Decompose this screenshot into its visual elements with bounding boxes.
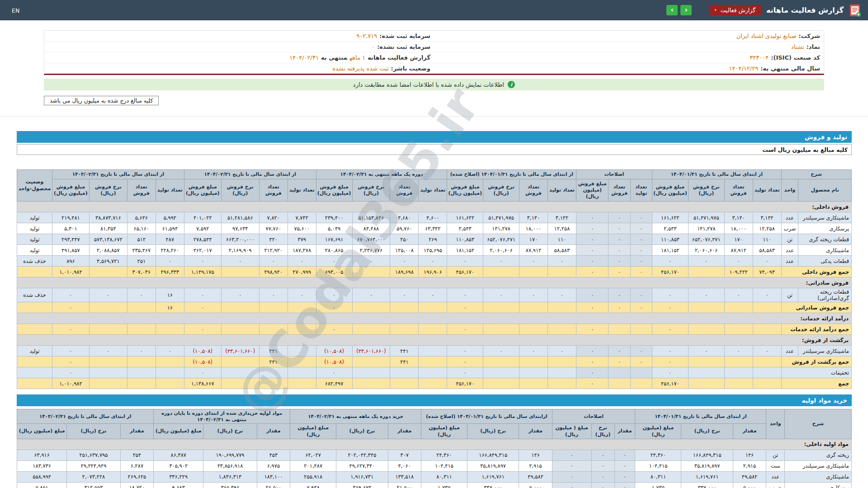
value-cell: ۰ [352, 256, 390, 267]
value-cell: ۰ [390, 256, 419, 267]
value-cell: ۰ [576, 234, 609, 245]
value-cell: ۱۰۴,۴۱۵ [635, 460, 681, 471]
value-cell [288, 378, 316, 389]
value-cell: ۴۹,۶۲۷,۳۴۰ [336, 460, 388, 471]
product-name-cell: پرسکاری [798, 223, 852, 234]
value-cell [89, 302, 127, 313]
value-cell: ۰ [576, 256, 609, 267]
value-cell: ۵,۰۰۰ [519, 482, 552, 488]
language-toggle-en[interactable]: EN [12, 7, 19, 14]
value-cell: ۰ [447, 288, 483, 302]
company-link[interactable]: صنایع تولیدی اشتاد ایران [736, 33, 797, 39]
value-cell: ۳۰۷ [388, 450, 421, 460]
value-cell: ۵,۰۴۹ [316, 223, 352, 234]
value-cell [390, 324, 419, 335]
value-cell: ۱۰۴,۴۱۵ [421, 460, 467, 471]
value-cell: ۳,۱۴۰ [519, 212, 548, 223]
unit-cell: عدد [766, 471, 785, 482]
value-cell [419, 324, 447, 335]
top-bar: گزارش فعالیت ماهانه گزارش فعالیت ▾ › ‹ E… [0, 0, 868, 20]
report-nav: › ‹ [666, 5, 692, 15]
column-header: نرخ (ریال) [467, 424, 519, 439]
value-cell [609, 324, 630, 335]
value-cell: ۲۴۱ [259, 346, 288, 357]
value-cell: ۴۲۰ [259, 234, 288, 245]
next-report-button[interactable]: › [680, 5, 692, 15]
value-cell: ۱۲۵,۰۰۸ [390, 245, 419, 256]
value-cell: ۵۱,۴۷۱,۹۷۵ [688, 212, 724, 223]
field-value: ۱۴۰۴/۰۲/۳۱ [289, 54, 319, 61]
column-header: واحد [781, 179, 798, 202]
total-row: جمع۴۵۶,۱۷۰۰۴۵۶,۱۷۰۶۸۲,۴۹۷۱,۱۳۸,۶۶۷۱,۰۱۰,… [17, 378, 852, 389]
value-cell: (۱۰,۵۰۸) [316, 346, 352, 357]
value-cell: ۴۹,۵۸۲ [733, 471, 766, 482]
value-cell: ۰ [576, 346, 609, 357]
value-cell: ۳۰۵,۹۰۲ [154, 460, 203, 471]
company-info-row: کد صنعت (ISIC):۳۴۳۰۰۴گزارش فعالیت ماهانه… [44, 52, 824, 63]
company-info-row: شرکت:صنایع تولیدی اشتاد ایرانسرمایه ثبت … [44, 31, 824, 42]
value-cell: ۰ [156, 346, 184, 357]
value-cell [688, 357, 724, 367]
value-cell: ۰ [548, 346, 576, 357]
page-title: گزارش فعالیت ماهانه [766, 6, 844, 14]
column-header: مبلغ فروش (میلیون ریال) [316, 179, 352, 202]
unit-cell: تن [781, 288, 798, 302]
section-row: برگشت از فروش: [17, 335, 852, 346]
company-link[interactable]: تشتاد [791, 43, 804, 50]
value-cell: ۱۸۷,۲۷۸ [288, 245, 316, 256]
value-cell: ۵۱,۴۷۱,۹۷۵ [483, 212, 519, 223]
column-header: نرخ فروش (ریال) [483, 179, 519, 202]
value-cell [724, 378, 753, 389]
section-row-label: فروش صادراتی: [17, 277, 852, 288]
value-cell: ۴۹۱,۸۵۷ [52, 245, 89, 256]
value-cell: ۰ [630, 302, 652, 313]
column-header: مبلغ (میلیون ریال) [154, 424, 203, 439]
value-cell: ۰ [576, 302, 609, 313]
value-cell [419, 367, 447, 378]
value-cell: ۰ [630, 346, 652, 357]
table-row: پرسکاریضرب۵,۰۰۰۳۴۷,۰۰۰۱,۷۳۵۰۰۰۵,۰۰۰۳۴۷,۰… [17, 482, 852, 488]
value-cell: ۵۹,۷۶۰ [390, 223, 419, 234]
value-cell: ۲,۹۱۵ [733, 460, 766, 471]
column-header: نرخ (ریال) [203, 424, 257, 439]
column-group-header: ازابتدای سال مالی تا تاریخ ۱۴۰۴/۰۱/۳۱ (ا… [421, 409, 552, 424]
value-cell: ۰ [591, 460, 614, 471]
value-cell: ۸۱,۳۵۴ [89, 223, 127, 234]
value-cell: ۲,۰۸۸,۸۵۷ [89, 245, 127, 256]
value-cell: ۰ [609, 223, 630, 234]
value-cell [688, 378, 724, 389]
value-cell: ۰ [156, 256, 184, 267]
value-cell: ۰ [52, 367, 89, 378]
report-type-dropdown[interactable]: گزارش فعالیت ▾ [709, 5, 761, 15]
value-cell: (۴۳,۶۰۱,۶۶۰) [221, 346, 259, 357]
column-group-header: خرید دوره یک ماهه منتهی به ۱۴۰۴/۰۲/۳۱ [290, 409, 421, 424]
value-cell: ۱۷۰ [724, 234, 753, 245]
value-cell: ۵,۰۰۰ [733, 482, 766, 488]
value-cell [156, 324, 184, 335]
value-cell: ۵,۶۴۶ [127, 212, 156, 223]
value-cell: ۱,۷۳۵ [421, 482, 467, 488]
prev-report-button[interactable]: ‹ [666, 5, 678, 15]
value-cell: ۱,۰۱۰,۹۸۲ [52, 378, 89, 389]
value-cell: ۱۸۳,۱۰۰ [257, 471, 290, 482]
status-cell [17, 357, 52, 367]
value-cell: ۵,۸۵۱ [17, 482, 67, 488]
unit-cell: عدد [781, 245, 798, 256]
value-cell: ۷۴,۰۹۳ [753, 267, 781, 277]
field-label: گزارش فعالیت ماهانه [368, 54, 430, 61]
value-cell [259, 324, 288, 335]
value-cell [156, 378, 184, 389]
company-info-cell: گزارش فعالیت ماهانه۱ ماههمنتهی به۱۴۰۴/۰۲… [44, 52, 434, 63]
value-cell: ۱۳۳,۵۱۸ [388, 471, 421, 482]
value-cell: ۱۶ [156, 302, 184, 313]
column-header: نرخ فروش (ریال) [688, 179, 724, 202]
column-header: تعداد تولید [288, 179, 316, 202]
value-cell: ۰ [609, 256, 630, 267]
company-info-cell: سرمایه ثبت شده:۹۰۲,۷۱۹ [44, 31, 434, 41]
value-cell [156, 367, 184, 378]
value-cell [352, 378, 390, 389]
value-cell: ۰ [609, 267, 630, 277]
value-cell: ۳۵,۸۱۹,۸۹۷ [467, 460, 519, 471]
column-group-header: از ابتدای سال مالی تا تاریخ ۱۴۰۴/۰۱/۳۱ [635, 409, 766, 424]
total-row: جمع درآمد ارائه خدمات۰۰۰۰۰۰ [17, 324, 852, 335]
